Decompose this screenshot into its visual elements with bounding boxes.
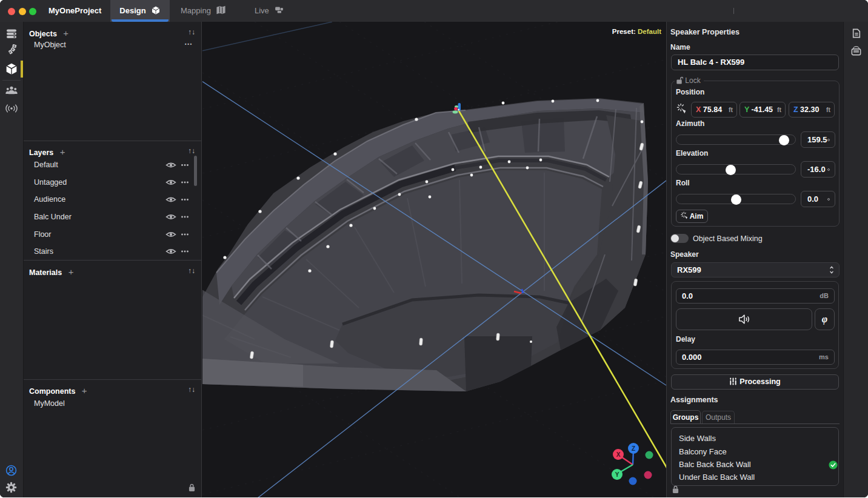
svg-text:Y: Y (615, 471, 619, 478)
svg-text:Z: Z (632, 445, 635, 452)
svg-text:X: X (616, 451, 621, 458)
